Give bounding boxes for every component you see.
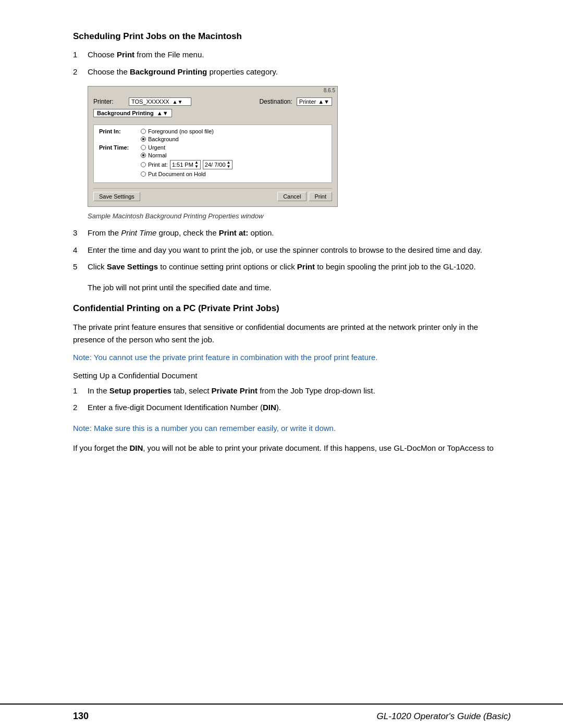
print-button[interactable]: Print	[309, 192, 332, 201]
step-2-num: 2	[73, 66, 82, 78]
bg-printing-row: Background Printing ▲▼	[93, 109, 332, 121]
footer-bar: 130 GL-1020 Operator's Guide (Basic)	[0, 704, 563, 728]
background-option[interactable]: Background	[141, 136, 214, 142]
sub-heading: Setting Up a Confidential Document	[73, 371, 511, 380]
dialog-footer: Save Settings Cancel Print	[93, 188, 332, 201]
s2-step-2-text: Enter a five-digit Document Identificati…	[88, 402, 281, 414]
section2-heading: Confidential Printing on a PC (Private P…	[73, 303, 511, 314]
foreground-option[interactable]: Foreground (no spool file)	[141, 128, 214, 134]
print-time-label: Print Time:	[99, 144, 141, 177]
dialog-titlebar: 8.6.5	[88, 87, 337, 94]
save-settings-button[interactable]: Save Settings	[93, 192, 140, 201]
destination-label: Destination:	[259, 98, 292, 105]
print-at-time-value: 1:51 PM	[172, 162, 193, 168]
step-2: 2 Choose the Background Printing propert…	[73, 66, 511, 78]
step-4: 4 Enter the time and day you want to pri…	[73, 244, 511, 256]
step-3: 3 From the Print Time group, check the P…	[73, 227, 511, 239]
date-spinner-icon[interactable]: ▲▼	[227, 161, 231, 169]
normal-radio[interactable]	[141, 153, 146, 158]
dialog-caption: Sample Macintosh Background Printing Pro…	[88, 212, 511, 220]
destination-value: Printer	[299, 98, 316, 105]
foreground-radio[interactable]	[141, 129, 146, 134]
bg-printing-select[interactable]: Background Printing ▲▼	[93, 109, 172, 117]
step-2-text: Choose the Background Printing propertie…	[88, 66, 278, 78]
section2-note1: Note: You cannot use the private print f…	[73, 351, 511, 364]
s2-step-1: 1 In the Setup properties tab, select Pr…	[73, 385, 511, 397]
normal-label: Normal	[148, 152, 166, 158]
steps-list-1: 1 Choose Print from the File menu. 2 Cho…	[73, 49, 511, 78]
step-5-text: Click Save Settings to continue setting …	[88, 261, 476, 273]
cancel-button[interactable]: Cancel	[277, 192, 307, 201]
dialog-title-num: 8.6.5	[324, 88, 335, 93]
s2-step-1-num: 1	[73, 385, 82, 397]
print-time-options: Urgent Normal Print at: 1:51 PM	[141, 144, 232, 177]
s2-step-2-num: 2	[73, 402, 82, 414]
footer-page-num: 130	[73, 711, 89, 722]
urgent-label: Urgent	[148, 144, 165, 151]
step-4-text: Enter the time and day you want to print…	[88, 244, 482, 256]
printer-arrow-icon: ▲▼	[173, 99, 183, 105]
section1-final-para: The job will not print until the specifi…	[88, 281, 511, 294]
content-area: Scheduling Print Jobs on the Macintosh 1…	[0, 0, 563, 704]
bg-printing-arrow-icon: ▲▼	[157, 110, 168, 116]
steps-list-2: 3 From the Print Time group, check the P…	[73, 227, 511, 273]
step-5: 5 Click Save Settings to continue settin…	[73, 261, 511, 273]
bg-printing-label: Background Printing	[97, 110, 154, 116]
step-3-text: From the Print Time group, check the Pri…	[88, 227, 274, 239]
step-1: 1 Choose Print from the File menu.	[73, 49, 511, 61]
printer-select[interactable]: TOS_XXXXXX ▲▼	[129, 97, 191, 106]
urgent-radio[interactable]	[141, 145, 146, 150]
section2-body: The private print feature ensures that s…	[73, 321, 511, 346]
background-radio[interactable]	[141, 137, 146, 142]
put-on-hold-label: Put Document on Hold	[148, 171, 206, 177]
dialog-btn-group: Cancel Print	[277, 192, 332, 201]
dialog-body: Printer: TOS_XXXXXX ▲▼ Destination: Prin…	[88, 94, 337, 206]
step-5-num: 5	[73, 261, 82, 273]
s2-step-2: 2 Enter a five-digit Document Identifica…	[73, 402, 511, 414]
print-in-section: Print In: Foreground (no spool file) Bac…	[99, 128, 326, 142]
print-at-time-input[interactable]: 1:51 PM ▲▼	[170, 160, 201, 169]
section2-steps: 1 In the Setup properties tab, select Pr…	[73, 385, 511, 414]
section2-body2: If you forget the DIN, you will not be a…	[73, 442, 511, 454]
time-spinner-icon[interactable]: ▲▼	[194, 161, 199, 169]
section2-note2: Note: Make sure this is a number you can…	[73, 422, 511, 435]
print-dialog: 8.6.5 Printer: TOS_XXXXXX ▲▼ Destination…	[88, 86, 338, 207]
step-1-text: Choose Print from the File menu.	[88, 49, 204, 61]
footer-title: GL-1020 Operator's Guide (Basic)	[377, 711, 511, 722]
dialog-printer-row: Printer: TOS_XXXXXX ▲▼ Destination: Prin…	[93, 97, 332, 106]
s2-step-1-text: In the Setup properties tab, select Priv…	[88, 385, 375, 397]
print-at-radio[interactable]	[141, 162, 146, 167]
step-4-num: 4	[73, 244, 82, 256]
print-time-section: Print Time: Urgent Normal	[99, 144, 326, 177]
urgent-option[interactable]: Urgent	[141, 144, 232, 151]
step-1-num: 1	[73, 49, 82, 61]
destination-select[interactable]: Printer ▲▼	[297, 97, 332, 106]
put-on-hold-option[interactable]: Put Document on Hold	[141, 171, 232, 177]
background-label: Background	[148, 136, 179, 142]
section1-heading: Scheduling Print Jobs on the Macintosh	[73, 31, 511, 42]
page-container: Scheduling Print Jobs on the Macintosh 1…	[0, 0, 563, 728]
print-at-date-input[interactable]: 24/ 7/00 ▲▼	[203, 160, 233, 169]
print-at-date-value: 24/ 7/00	[205, 162, 226, 168]
destination-arrow-icon: ▲▼	[318, 98, 329, 105]
print-in-options: Foreground (no spool file) Background	[141, 128, 214, 142]
dialog-inner-section: Print In: Foreground (no spool file) Bac…	[93, 125, 332, 183]
foreground-label: Foreground (no spool file)	[148, 128, 214, 134]
printer-value: TOS_XXXXXX	[131, 98, 169, 105]
print-at-row: Print at: 1:51 PM ▲▼ 24/ 7/00	[141, 160, 232, 169]
put-on-hold-radio[interactable]	[141, 171, 146, 177]
step-3-num: 3	[73, 227, 82, 239]
normal-option[interactable]: Normal	[141, 152, 232, 158]
print-at-label: Print at:	[148, 162, 168, 168]
print-in-label: Print In:	[99, 128, 141, 142]
printer-label: Printer:	[93, 98, 125, 105]
